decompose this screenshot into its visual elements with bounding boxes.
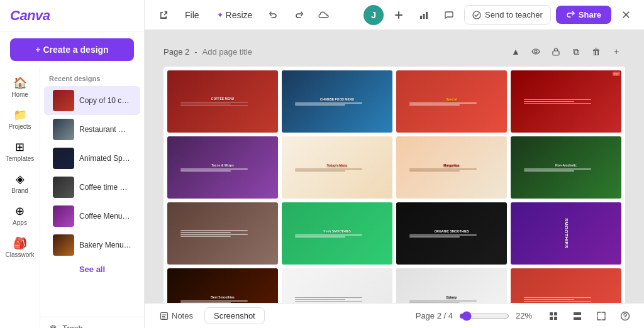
page-2-cell-1[interactable]: COFFEE MENU bbox=[167, 70, 278, 133]
page-2-up-button[interactable]: ▲ bbox=[507, 43, 525, 60]
recent-name-3: Coffee time menu board bbox=[79, 183, 131, 192]
trash-label: Trash bbox=[62, 324, 83, 328]
close-button[interactable]: ✕ bbox=[616, 6, 635, 25]
chat-button[interactable] bbox=[439, 6, 459, 24]
svg-rect-14 bbox=[574, 317, 581, 320]
notes-button[interactable]: Notes bbox=[155, 308, 198, 324]
share-button[interactable]: Share bbox=[556, 6, 611, 24]
svg-rect-5 bbox=[553, 51, 559, 55]
sidebar-item-projects[interactable]: 📁 Projects bbox=[3, 104, 38, 134]
page-2-cell-3[interactable]: Special bbox=[396, 70, 507, 133]
icon-rail: 🏠 Home 📁 Projects ⊞ Templates ◈ Brand ⊕ … bbox=[0, 67, 40, 328]
page-2-cell-12[interactable]: SMOOTHIES bbox=[511, 202, 621, 265]
brand-label: Brand bbox=[11, 187, 28, 194]
undo-button[interactable] bbox=[264, 5, 284, 25]
recent-designs-label: Recent designs bbox=[40, 72, 144, 86]
classwork-icon: 🎒 bbox=[13, 236, 27, 250]
page-2-cell-15[interactable]: Bakery bbox=[396, 268, 507, 303]
page-2-cell-13[interactable]: Best Smoothies bbox=[167, 268, 278, 303]
svg-rect-9 bbox=[550, 312, 553, 315]
sidebar-item-classwork[interactable]: 🎒 Classwork bbox=[3, 232, 38, 262]
list-icon bbox=[573, 312, 582, 320]
undo-icon bbox=[269, 10, 279, 20]
grid-view-button[interactable] bbox=[545, 307, 562, 325]
help-button[interactable] bbox=[616, 307, 634, 325]
svg-rect-0 bbox=[420, 16, 422, 19]
page-2-title-input[interactable] bbox=[203, 47, 308, 57]
checkmark-icon bbox=[472, 11, 481, 19]
recent-item-1[interactable]: Restaurant Menu Board bbox=[44, 115, 140, 144]
page-2-lock-button[interactable] bbox=[547, 43, 565, 60]
page-2-cell-5[interactable]: Tacos & Wraps bbox=[167, 136, 278, 199]
send-teacher-label: Send to teacher bbox=[485, 10, 543, 19]
sidebar-item-brand[interactable]: ◈ Brand bbox=[3, 168, 38, 198]
page-2-delete-button[interactable]: 🗑 bbox=[587, 43, 605, 60]
file-label: File bbox=[185, 10, 199, 20]
see-all-link[interactable]: See all bbox=[40, 260, 144, 279]
file-menu-button[interactable]: File bbox=[179, 6, 206, 24]
page-2-cell-6[interactable]: Today's Menu bbox=[282, 136, 392, 199]
page-2-cell-9[interactable] bbox=[167, 202, 278, 265]
screenshot-button[interactable]: Screenshot bbox=[204, 307, 265, 324]
share-label: Share bbox=[579, 10, 601, 19]
page-2-cell-7[interactable]: Margaritas bbox=[396, 136, 507, 199]
page-info: Page 2 / 4 bbox=[416, 311, 453, 320]
recent-thumb-2 bbox=[53, 148, 74, 169]
resize-star: ✦ bbox=[217, 11, 223, 19]
svg-rect-12 bbox=[554, 317, 557, 320]
list-view-button[interactable] bbox=[569, 307, 586, 325]
recent-item-0[interactable]: Copy of 10 coffee Men... bbox=[44, 86, 140, 115]
recent-thumb-1 bbox=[53, 119, 74, 140]
external-link-button[interactable] bbox=[153, 5, 174, 25]
recent-item-4[interactable]: Coffee Menu Board bbox=[44, 202, 140, 231]
canvas-area: Page 2 - ▲ bbox=[145, 30, 644, 303]
page-2-grid: COFFEE MENU CHINESE FOOD MENU bbox=[164, 67, 625, 303]
page-2-cell-2[interactable]: CHINESE FOOD MENU bbox=[282, 70, 392, 133]
svg-rect-2 bbox=[426, 12, 428, 19]
sidebar-item-templates[interactable]: ⊞ Templates bbox=[3, 136, 38, 166]
sidebar-item-apps[interactable]: ⊕ Apps bbox=[3, 200, 38, 230]
bottom-bar: Notes Screenshot Page 2 / 4 22% bbox=[145, 303, 644, 328]
notes-label: Notes bbox=[172, 311, 193, 320]
page-2-cell-10[interactable]: fresh SMOOTHIES bbox=[282, 202, 392, 265]
resize-button[interactable]: ✦ Resize bbox=[211, 6, 259, 24]
svg-point-4 bbox=[535, 50, 537, 53]
page-2-eye-button[interactable] bbox=[527, 43, 545, 60]
zoom-slider-container bbox=[459, 311, 509, 321]
recent-item-3[interactable]: Coffee time menu board bbox=[44, 173, 140, 202]
page-2-cell-8[interactable]: Non-Alcoholic bbox=[511, 136, 621, 199]
redo-button[interactable] bbox=[289, 5, 309, 25]
projects-label: Projects bbox=[8, 123, 31, 130]
page-2-cell-14[interactable] bbox=[282, 268, 392, 303]
trash-row[interactable]: 🗑 Trash bbox=[40, 317, 144, 328]
page-2-section: Page 2 - ▲ bbox=[164, 43, 625, 303]
home-label: Home bbox=[11, 91, 28, 98]
recent-name-2: Animated Special menu bbox=[79, 154, 131, 163]
page-2-add-button[interactable]: + bbox=[608, 43, 625, 60]
page-2-label: Page 2 bbox=[164, 47, 189, 57]
share-icon bbox=[566, 11, 575, 19]
zoom-slider[interactable] bbox=[459, 311, 509, 321]
expand-button[interactable] bbox=[592, 307, 610, 325]
page-2-sep: - bbox=[194, 47, 197, 57]
sidebar-item-home[interactable]: 🏠 Home bbox=[3, 72, 38, 102]
create-design-button[interactable]: + Create a design bbox=[10, 38, 134, 61]
brand-icon: ◈ bbox=[16, 172, 25, 186]
add-page-button[interactable] bbox=[389, 6, 409, 24]
page-2-header: Page 2 - ▲ bbox=[164, 43, 625, 60]
page-2-cell-4[interactable]: HOT bbox=[511, 70, 621, 133]
recent-item-2[interactable]: Animated Special menu bbox=[44, 144, 140, 173]
page-2-cell-16[interactable] bbox=[511, 268, 621, 303]
cloud-save-button[interactable] bbox=[314, 5, 334, 25]
chat-icon bbox=[444, 10, 454, 20]
chart-button[interactable] bbox=[414, 6, 434, 24]
avatar-button[interactable]: J bbox=[364, 5, 384, 25]
svg-point-16 bbox=[625, 318, 625, 319]
recent-item-5[interactable]: Bakery Menu Board bbox=[44, 231, 140, 260]
recent-name-0: Copy of 10 coffee Men... bbox=[79, 96, 131, 105]
notes-icon bbox=[160, 312, 169, 320]
page-2-cell-11[interactable]: ORGANIC SMOOTHIES bbox=[396, 202, 507, 265]
send-teacher-button[interactable]: Send to teacher bbox=[464, 5, 551, 25]
page-2-copy-button[interactable]: ⧉ bbox=[567, 43, 585, 60]
eye-icon bbox=[531, 47, 540, 56]
